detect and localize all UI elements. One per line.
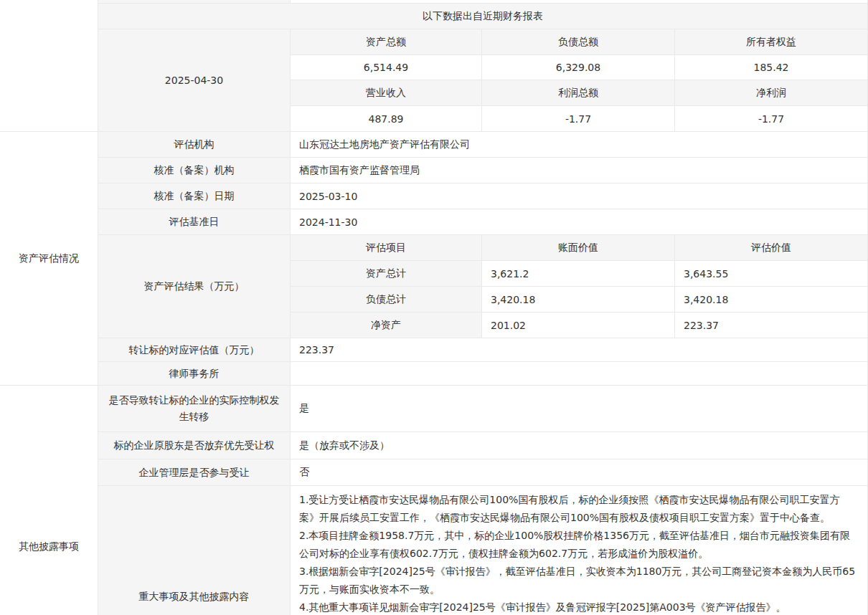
- value-target-assessed-value: 223.37: [291, 338, 867, 361]
- label-approval-date: 核准（备案）日期: [98, 183, 291, 209]
- section-financial-summary: 以下数据出自近期财务报表 2025-04-30 资产总额 负债总额 所有者权益 …: [0, 0, 867, 132]
- col-header-appraisal-item: 评估项目: [291, 235, 482, 261]
- table-row: 转让标的对应评估值（万元） 223.37: [98, 338, 867, 362]
- value-total-liabilities-book: 3,420.18: [482, 287, 675, 313]
- table-row: 核准（备案）机构 栖霞市国有资产监督管理局: [98, 158, 867, 183]
- table-row: 评估机构 山东冠达土地房地产资产评估有限公司: [98, 132, 867, 158]
- table-row: 标的企业原股东是否放弃优先受让权 是（放弃或不涉及）: [98, 432, 867, 459]
- section-asset-assessment: 资产评估情况 评估机构 山东冠达土地房地产资产评估有限公司 核准（备案）机构 栖…: [0, 132, 867, 386]
- financial-table: 2025-04-30 资产总额 负债总额 所有者权益 6,514.49 6,32…: [98, 29, 867, 131]
- label-target-assessed-value: 转让标的对应评估值（万元）: [98, 338, 291, 361]
- value-approval-date: 2025-03-10: [291, 183, 867, 209]
- value-total-profit: -1.77: [482, 106, 675, 131]
- section-title-other-disclosure: 其他披露事项: [0, 386, 98, 615]
- col-header-owners-equity: 所有者权益: [675, 29, 867, 55]
- value-total-assets-book: 3,621.2: [482, 261, 675, 287]
- disclosure-item-2: 2.本项目挂牌金额1958.7万元，其中，标的企业100%股权挂牌价格1356万…: [299, 527, 859, 563]
- section-other-disclosure: 其他披露事项 是否导致转让标的企业的实际控制权发生转移 是 标的企业原股东是否放…: [0, 386, 867, 615]
- report-date-cell: 2025-04-30: [98, 29, 291, 131]
- table-row: 是否导致转让标的企业的实际控制权发生转移 是: [98, 386, 867, 432]
- section-title-asset-assessment: 资产评估情况: [0, 132, 98, 385]
- partial-label-cell: [98, 0, 291, 3]
- row-header-total-assets: 资产总计: [291, 261, 482, 287]
- financial-banner: 以下数据出自近期财务报表: [98, 4, 867, 29]
- label-appraisal-base-date: 评估基准日: [98, 209, 291, 234]
- col-header-net-profit: 净利润: [675, 80, 867, 106]
- other-disclosure-content: 是否导致转让标的企业的实际控制权发生转移 是 标的企业原股东是否放弃优先受让权 …: [98, 386, 867, 615]
- disclosure-item-3: 3.根据烟新会审字[2024]25号《审计报告》，截至评估基准日，实收资本为11…: [299, 563, 859, 599]
- label-major-items: 重大事项及其他披露内容: [98, 486, 291, 615]
- label-law-firm: 律师事务所: [98, 362, 291, 385]
- label-appraisal-agency: 评估机构: [98, 132, 291, 157]
- label-approval-agency: 核准（备案）机构: [98, 158, 291, 183]
- partial-value-cell: [291, 0, 867, 3]
- asset-transfer-disclosure-table: 以下数据出自近期财务报表 2025-04-30 资产总额 负债总额 所有者权益 …: [0, 0, 868, 615]
- col-header-operating-revenue: 营业收入: [291, 80, 482, 106]
- col-header-total-assets: 资产总额: [291, 29, 482, 55]
- assessment-result-table: 资产评估结果（万元） 评估项目 账面价值 评估价值 资产总计 3,621.2 3…: [98, 235, 867, 338]
- value-appraisal-agency: 山东冠达土地房地产资产评估有限公司: [291, 132, 867, 157]
- table-row: 律师事务所: [98, 362, 867, 385]
- value-control-transfer: 是: [291, 386, 867, 432]
- assessment-result-grid: 评估项目 账面价值 评估价值 资产总计 3,621.2 3,643.55 负债总…: [291, 235, 867, 338]
- value-operating-revenue: 487.89: [291, 106, 482, 131]
- row-header-total-liabilities: 负债总计: [291, 287, 482, 313]
- label-preemptive-right-waiver: 标的企业原股东是否放弃优先受让权: [98, 432, 291, 459]
- table-row: 核准（备案）日期 2025-03-10: [98, 183, 867, 209]
- value-total-assets: 6,514.49: [291, 55, 482, 80]
- label-control-transfer: 是否导致转让标的企业的实际控制权发生转移: [98, 386, 291, 432]
- label-assessment-result: 资产评估结果（万元）: [98, 235, 291, 338]
- financial-summary-content: 以下数据出自近期财务报表 2025-04-30 资产总额 负债总额 所有者权益 …: [98, 0, 867, 131]
- value-total-liabilities-assessed: 3,420.18: [675, 287, 867, 313]
- table-row: 评估基准日 2024-11-30: [98, 209, 867, 235]
- value-net-assets-book: 201.02: [482, 313, 675, 338]
- section-side-blank: [0, 0, 98, 131]
- value-total-assets-assessed: 3,643.55: [675, 261, 867, 287]
- disclosure-item-1: 1.受让方受让栖霞市安达民爆物品有限公司100%国有股权后，标的企业须按照《栖霞…: [299, 491, 859, 527]
- value-management-participation: 否: [291, 459, 867, 485]
- value-major-items: 1.受让方受让栖霞市安达民爆物品有限公司100%国有股权后，标的企业须按照《栖霞…: [291, 486, 867, 615]
- value-approval-agency: 栖霞市国有资产监督管理局: [291, 158, 867, 183]
- disclosure-item-4: 4.其他重大事项详见烟新会审字[2024]25号《审计报告》及鲁冠评报字[202…: [299, 599, 859, 615]
- asset-assessment-content: 评估机构 山东冠达土地房地产资产评估有限公司 核准（备案）机构 栖霞市国有资产监…: [98, 132, 867, 385]
- value-total-liabilities: 6,329.08: [482, 55, 675, 80]
- value-preemptive-right-waiver: 是（放弃或不涉及）: [291, 432, 867, 459]
- label-management-participation: 企业管理层是否参与受让: [98, 459, 291, 485]
- table-row: 企业管理层是否参与受让 否: [98, 459, 867, 486]
- value-law-firm: [291, 362, 867, 385]
- col-header-assessed-value: 评估价值: [675, 235, 867, 261]
- col-header-total-liabilities: 负债总额: [482, 29, 675, 55]
- col-header-book-value: 账面价值: [482, 235, 675, 261]
- value-owners-equity: 185.42: [675, 55, 867, 80]
- financial-grid: 资产总额 负债总额 所有者权益 6,514.49 6,329.08 185.42…: [291, 29, 867, 131]
- col-header-total-profit: 利润总额: [482, 80, 675, 106]
- value-net-profit: -1.77: [675, 106, 867, 131]
- value-appraisal-base-date: 2024-11-30: [291, 209, 867, 234]
- table-row-major-items: 重大事项及其他披露内容 1.受让方受让栖霞市安达民爆物品有限公司100%国有股权…: [98, 486, 867, 615]
- row-header-net-assets: 净资产: [291, 313, 482, 338]
- value-net-assets-assessed: 223.37: [675, 313, 867, 338]
